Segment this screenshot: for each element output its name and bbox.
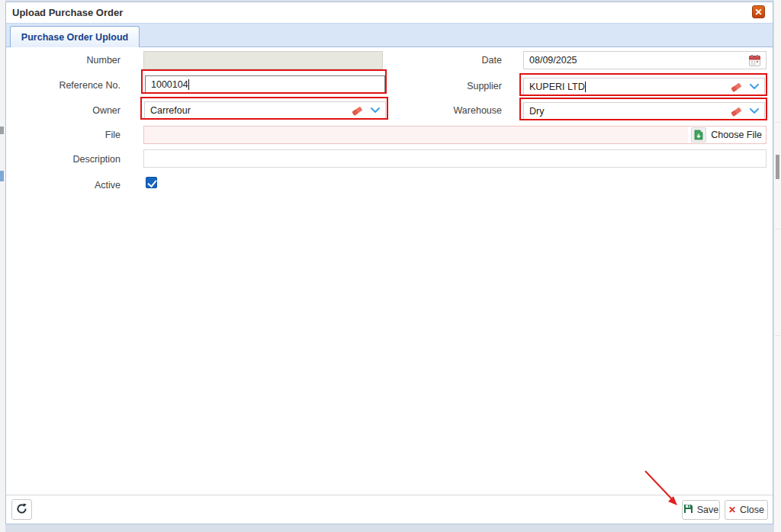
number-field	[143, 51, 383, 69]
divider	[775, 229, 780, 229]
dialog-titlebar: Upload Purchase Order ✕	[6, 2, 773, 23]
divider	[775, 122, 780, 123]
save-icon	[683, 504, 693, 516]
calendar-icon[interactable]	[749, 55, 760, 66]
clear-icon[interactable]	[352, 106, 363, 116]
save-button-label: Save	[697, 505, 719, 515]
upload-purchase-order-dialog: Upload Purchase Order ✕ Purchase Order U…	[5, 2, 773, 524]
screen: Upload Purchase Order ✕ Purchase Order U…	[0, 0, 781, 532]
warehouse-value: Dry	[529, 106, 723, 117]
reference-input[interactable]: 1000104	[145, 75, 385, 94]
date-field[interactable]: 08/09/2025	[523, 51, 767, 69]
owner-value: Carrefour	[150, 105, 344, 116]
dialog-title: Upload Purchase Order	[12, 7, 123, 18]
tab-strip: Purchase Order Uploud	[6, 23, 773, 47]
date-value: 08/09/2025	[529, 55, 741, 66]
file-upload-icon[interactable]	[691, 127, 706, 143]
dialog-close-button[interactable]: ✕	[752, 5, 765, 18]
choose-file-button[interactable]: Choose File	[688, 127, 766, 143]
warehouse-combo[interactable]: Dry	[523, 102, 765, 120]
supplier-combo[interactable]: KUPERI LTD	[523, 78, 765, 96]
active-checkbox[interactable]	[146, 177, 157, 188]
form-area: Number Date 08/09/2025	[6, 47, 773, 496]
date-label: Date	[413, 55, 502, 66]
reference-value: 1000104	[151, 79, 188, 90]
chevron-down-icon[interactable]	[750, 108, 759, 114]
file-field[interactable]: Choose File	[143, 126, 767, 144]
chevron-down-icon[interactable]	[750, 84, 759, 90]
background-page-left-sliver	[0, 0, 5, 532]
active-label: Active	[14, 180, 121, 191]
choose-file-label[interactable]: Choose File	[711, 130, 762, 140]
description-label: Description	[14, 154, 121, 165]
clear-icon[interactable]	[731, 82, 742, 92]
close-button[interactable]: ✕ Close	[725, 500, 768, 520]
divider	[775, 335, 780, 336]
reference-label: Reference No.	[14, 80, 121, 91]
owner-label: Owner	[14, 105, 121, 116]
text-cursor	[188, 79, 189, 90]
save-button[interactable]: Save	[682, 500, 720, 520]
file-label: File	[14, 130, 121, 140]
refresh-icon	[16, 503, 27, 517]
background-scrollbar[interactable]	[773, 0, 781, 532]
text-cursor	[585, 82, 586, 92]
close-icon: ✕	[728, 505, 736, 515]
close-button-label: Close	[740, 505, 764, 515]
close-icon: ✕	[754, 7, 762, 18]
number-label: Number	[14, 55, 121, 66]
owner-combo[interactable]: Carrefour	[144, 101, 386, 120]
supplier-value: KUPERI LTD	[529, 82, 585, 92]
scrollbar-thumb[interactable]	[776, 155, 779, 179]
background-fragment	[0, 127, 4, 134]
background-fragment	[0, 171, 4, 181]
warehouse-label: Warehouse	[413, 105, 502, 116]
description-input[interactable]	[143, 149, 767, 168]
refresh-button[interactable]	[11, 499, 32, 520]
chevron-down-icon[interactable]	[371, 107, 380, 114]
tab-label: Purchase Order Uploud	[21, 32, 128, 43]
tab-purchase-order-upload[interactable]: Purchase Order Uploud	[10, 26, 140, 48]
clear-icon[interactable]	[731, 107, 742, 117]
supplier-label: Supplier	[413, 81, 502, 91]
dialog-footer: Save ✕ Close	[6, 495, 773, 524]
file-value-area[interactable]	[144, 127, 688, 143]
